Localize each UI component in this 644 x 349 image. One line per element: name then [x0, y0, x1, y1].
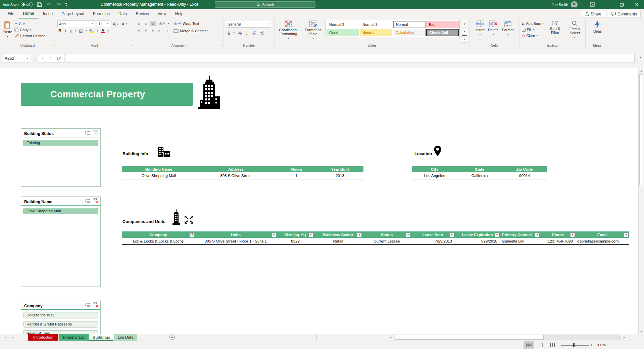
sheet-tab-buildings[interactable]: Buildings — [89, 334, 113, 341]
scroll-down-icon[interactable]: ▾ — [639, 329, 644, 334]
multi-select-icon[interactable] — [85, 199, 91, 203]
alignment-dialog-launcher-icon[interactable]: ↘ — [220, 44, 222, 47]
autosave-toggle[interactable]: AutoSave Off — [3, 2, 33, 7]
tab-home[interactable]: Home — [18, 9, 38, 18]
normal-view-icon[interactable] — [524, 341, 534, 349]
table-cell[interactable]: Retail — [314, 238, 362, 244]
clipboard-dialog-launcher-icon[interactable]: ↘ — [52, 44, 54, 47]
format-cells-button[interactable]: Format▾ — [501, 20, 515, 37]
orientation-dropdown-icon[interactable]: ▾ — [168, 22, 169, 25]
zoom-slider-thumb[interactable] — [573, 343, 575, 347]
number-format-select[interactable]: General▾ — [226, 21, 271, 28]
font-color-icon[interactable]: A — [100, 29, 106, 34]
filter-dropdown-button[interactable]: ▾ — [406, 232, 410, 237]
user-name[interactable]: Joe Smith — [552, 3, 568, 7]
previous-sheet-icon[interactable]: ◂ — [2, 334, 9, 341]
insert-function-icon[interactable]: ƒx — [56, 56, 61, 61]
zoom-slider[interactable] — [561, 345, 589, 346]
decrease-decimal-icon[interactable]: .00→0 — [259, 30, 265, 36]
clear-button[interactable]: ◇Clear▾ — [521, 33, 545, 38]
filter-dropdown-button[interactable]: ▾ — [570, 232, 575, 237]
autosum-button[interactable]: ΣAutoSum▾ — [521, 20, 545, 26]
undo-button[interactable]: ↶▾ — [47, 0, 51, 9]
avatar[interactable] — [571, 1, 578, 8]
style-chip[interactable]: Good — [327, 29, 359, 36]
restore-button[interactable] — [614, 0, 629, 9]
filter-dropdown-button[interactable]: ▾ — [271, 232, 276, 237]
filter-dropdown-button[interactable]: ▾ — [535, 232, 540, 237]
comments-button[interactable]: Comments — [608, 10, 641, 18]
orientation-icon[interactable]: ab↗ — [157, 21, 167, 26]
scroll-right-icon[interactable]: ▸ — [622, 334, 627, 341]
borders-dropdown-icon[interactable]: ▾ — [86, 30, 87, 32]
slicer-item[interactable]: Dolls to the Wall — [23, 312, 98, 318]
tab-help[interactable]: Help — [171, 9, 188, 18]
merge-center-button[interactable]: Merge & Center▾ — [172, 29, 209, 33]
font-color-dropdown-icon[interactable]: ▾ — [108, 30, 109, 32]
sort-filter-button[interactable]: AZ Sort & Filter▾ — [547, 20, 564, 40]
style-chip[interactable]: Check Cell — [426, 29, 459, 36]
bold-button[interactable]: B — [57, 28, 62, 34]
decrease-indent-icon[interactable]: ⇤ — [157, 28, 163, 34]
worksheet[interactable]: Commercial Property Building Status — [0, 68, 638, 334]
vertical-scrollbar[interactable]: ▴ ▾ — [638, 68, 644, 334]
gallery-scroll-up-icon[interactable]: ▴ — [462, 20, 467, 27]
save-icon[interactable] — [37, 2, 42, 7]
ribbon-display-options-icon[interactable] — [585, 0, 600, 9]
vertical-scroll-thumb[interactable] — [639, 74, 643, 185]
filter-dropdown-button[interactable]: ▾ — [624, 232, 629, 237]
multi-select-icon[interactable] — [85, 303, 91, 307]
currency-dropdown-icon[interactable]: ▾ — [233, 32, 235, 34]
table-cell[interactable]: 1 — [276, 172, 316, 179]
minimize-button[interactable]: – — [600, 0, 614, 9]
increase-font-size-button[interactable]: A▴ — [112, 21, 119, 27]
collapse-ribbon-icon[interactable]: ^ — [640, 43, 641, 47]
slicer-item[interactable]: Handel & Gretel Patisserie — [23, 321, 98, 328]
page-layout-view-icon[interactable] — [535, 341, 546, 349]
tab-file[interactable]: File — [3, 9, 18, 18]
tab-view[interactable]: View — [153, 9, 171, 18]
number-dialog-launcher-icon[interactable]: ↘ — [271, 44, 273, 47]
paste-button[interactable]: Paste▾ — [1, 20, 13, 39]
gallery-scroll-down-icon[interactable]: ▾ — [462, 28, 467, 35]
clear-filter-icon[interactable] — [93, 198, 98, 203]
table-cell[interactable]: Olive Shopping Mall — [122, 172, 196, 179]
style-chip[interactable]: Normal 3 — [360, 21, 392, 28]
tab-review[interactable]: Review — [131, 9, 153, 18]
font-size-select[interactable]: 11▾ — [97, 20, 110, 27]
scroll-left-icon[interactable]: ◂ — [388, 334, 393, 341]
decrease-font-size-button[interactable]: A▾ — [121, 21, 128, 26]
bottom-align-icon[interactable]: ≡ — [150, 21, 156, 26]
sorted-filter-button[interactable]: ↑ — [189, 232, 194, 237]
gallery-more-icon[interactable]: ▾ — [462, 35, 467, 43]
find-select-button[interactable]: Find & Select▾ — [565, 20, 584, 40]
expand-formula-bar-icon[interactable]: ▾ — [640, 56, 641, 59]
font-dialog-launcher-icon[interactable]: ↘ — [131, 44, 133, 47]
tab-data[interactable]: Data — [114, 9, 131, 18]
filter-dropdown-button[interactable]: ▾ — [449, 232, 454, 237]
increase-indent-icon[interactable]: ⇥ — [164, 28, 170, 34]
sheet-tab-log-data[interactable]: Log Data — [114, 334, 137, 341]
currency-icon[interactable]: $ — [227, 30, 231, 36]
cancel-icon[interactable]: × — [41, 56, 44, 61]
font-family-select[interactable]: Arial▾ — [57, 20, 95, 27]
copy-button[interactable]: Copy▾ — [13, 27, 46, 32]
new-sheet-button[interactable]: + — [169, 335, 175, 340]
increase-decimal-icon[interactable]: ←0.00 — [251, 30, 257, 36]
table-cell[interactable]: 2013 — [316, 172, 363, 179]
filter-dropdown-button[interactable]: ▾ — [495, 232, 499, 237]
table-cell[interactable]: gabriella@example.com — [576, 238, 629, 244]
table-cell[interactable]: Gabriella Lily — [500, 238, 540, 244]
close-button[interactable]: × — [629, 0, 644, 9]
enter-icon[interactable]: ✓ — [48, 56, 52, 61]
redo-button[interactable]: ↷▾ — [56, 0, 61, 9]
share-button[interactable]: Share — [581, 10, 605, 18]
table-cell[interactable]: 7/29/2013 — [411, 238, 455, 244]
slicer-item[interactable]: Existing — [23, 140, 98, 146]
name-box[interactable]: A262▾ — [3, 54, 30, 63]
name-box-dropdown-icon[interactable]: ▾ — [27, 57, 28, 60]
tab-insert[interactable]: Insert — [39, 9, 57, 18]
style-chip[interactable]: Normal 2 — [327, 21, 359, 28]
underline-dropdown-icon[interactable]: ▾ — [75, 30, 77, 32]
format-painter-button[interactable]: Format Painter — [13, 33, 46, 38]
